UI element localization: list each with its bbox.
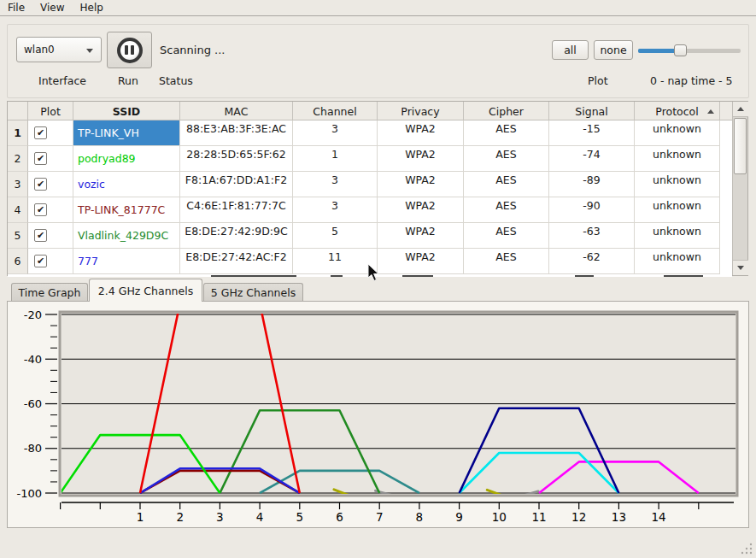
protocol-cell[interactable]: unknown (635, 120, 720, 146)
privacy-cell[interactable]: WPA2 (378, 249, 464, 274)
protocol-cell[interactable]: unknown (635, 197, 720, 223)
column-header-privacy[interactable]: Privacy (378, 102, 464, 120)
signal-cell[interactable]: -15 (549, 120, 635, 146)
x-tick-label: 7 (376, 510, 384, 524)
corner-header (8, 102, 28, 120)
plot-checkbox[interactable]: ✔ (34, 203, 47, 216)
privacy-cell[interactable]: WPA2 (378, 223, 464, 249)
cipher-cell[interactable]: AES (464, 146, 549, 172)
mac-cell[interactable]: F8:1A:67:DD:A1:F2 (180, 172, 293, 197)
mac-cell[interactable]: 88:E3:AB:3F:3E:AC (180, 120, 293, 146)
scrollbar-thumb[interactable] (734, 118, 747, 174)
table-row[interactable]: 4 ✔ TP-LINK_81777C C4:6E:1F:81:77:7C 3 W… (8, 197, 732, 223)
signal-cell[interactable]: -89 (549, 172, 635, 197)
plot-checkbox[interactable]: ✔ (34, 255, 47, 267)
status-text: Scanning ... (160, 44, 225, 56)
selected-ssid-cell[interactable]: TP-LINK_VH (73, 120, 179, 145)
column-header-plot[interactable]: Plot (28, 102, 73, 120)
mac-cell[interactable]: C4:6E:1F:81:77:7C (180, 197, 293, 223)
ssid-cell[interactable]: Vladlink_429D9C (73, 223, 180, 249)
protocol-cell[interactable]: unknown (635, 172, 720, 197)
table-row[interactable]: 3 ✔ vozic F8:1A:67:DD:A1:F2 3 WPA2 AES -… (8, 172, 732, 197)
column-header-signal[interactable]: Signal (549, 102, 635, 120)
channel-cell[interactable]: 1 (293, 146, 378, 172)
plot-checkbox[interactable]: ✔ (34, 126, 47, 139)
ssid-cell[interactable]: vozic (73, 172, 180, 197)
table-row[interactable]: 6 ✔ 777 E8:DE:27:42:AC:F2 11 WPA2 AES -6… (8, 249, 732, 274)
plot-none-button[interactable]: none (594, 40, 633, 60)
signal-cell[interactable]: -62 (549, 249, 635, 274)
y-tick-label: -40 (24, 353, 42, 366)
arrow-up-icon (737, 107, 744, 111)
row-number[interactable]: 5 (8, 223, 28, 249)
ssid-cell[interactable]: TP-LINK_81777C (73, 197, 180, 223)
row-number[interactable]: 1 (8, 120, 28, 146)
tab-5-ghz-channels[interactable]: 5 GHz Channels (203, 283, 303, 302)
interface-select[interactable]: wlan0 (16, 37, 102, 62)
row-number[interactable]: 4 (8, 197, 28, 223)
resize-grip[interactable] (741, 543, 753, 555)
run-pause-button[interactable] (107, 32, 152, 68)
channel-cell[interactable]: 11 (293, 249, 378, 274)
column-header-mac[interactable]: MAC (180, 102, 293, 120)
plot-checkbox[interactable]: ✔ (34, 152, 47, 165)
table-row[interactable]: 1 ✔ TP-LINK_VH 88:E3:AB:3F:3E:AC 3 WPA2 … (8, 120, 732, 146)
signal-cell[interactable]: -90 (549, 197, 635, 223)
ssid-cell[interactable]: 777 (73, 249, 180, 274)
table-row[interactable]: 2 ✔ podryad89 28:28:5D:65:5F:62 1 WPA2 A… (8, 146, 732, 172)
row-number[interactable]: 6 (8, 249, 28, 274)
ssid-cell[interactable]: TP-LINK_VH (73, 120, 180, 146)
cipher-cell[interactable]: AES (464, 120, 549, 146)
mac-cell[interactable]: E8:DE:27:42:AC:F2 (180, 249, 293, 274)
channel-cell[interactable]: 3 (293, 172, 378, 197)
privacy-cell[interactable]: WPA2 (378, 197, 464, 223)
scroll-down-button[interactable] (733, 260, 748, 275)
signal-cell[interactable]: -74 (549, 146, 635, 172)
row-number[interactable]: 2 (8, 146, 28, 172)
protocol-cell[interactable]: unknown (635, 146, 720, 172)
channel-cell[interactable]: 3 (293, 197, 378, 223)
cipher-cell[interactable]: AES (464, 197, 549, 223)
arrow-down-icon (737, 266, 744, 270)
privacy-cell[interactable]: WPA2 (378, 120, 464, 146)
cipher-cell[interactable]: AES (464, 172, 549, 197)
mac-cell[interactable]: E8:DE:27:42:9D:9C (180, 223, 293, 249)
channel-cell[interactable]: 3 (293, 120, 378, 146)
privacy-cell[interactable]: WPA2 (378, 172, 464, 197)
table-scrollbar[interactable] (732, 102, 747, 275)
plot-checkbox[interactable]: ✔ (34, 178, 47, 191)
scroll-up-button[interactable] (733, 102, 748, 117)
channel-cell[interactable]: 5 (293, 223, 378, 249)
column-header-ssid[interactable]: SSID (73, 102, 180, 120)
menu-file[interactable]: File (0, 1, 32, 15)
plot-all-button[interactable]: all (552, 40, 589, 60)
tab-time-graph[interactable]: Time Graph (11, 283, 88, 302)
protocol-cell[interactable]: unknown (635, 223, 720, 249)
menu-view[interactable]: View (32, 1, 72, 15)
x-tick-label: 14 (652, 510, 666, 524)
column-header-channel[interactable]: Channel (293, 102, 378, 120)
column-header-cipher[interactable]: Cipher (464, 102, 549, 120)
table-header-row: PlotSSIDMACChannelPrivacyCipherSignalPro… (8, 102, 747, 120)
plot-checkbox[interactable]: ✔ (34, 229, 47, 242)
x-tick-label: 8 (416, 510, 424, 524)
cipher-cell[interactable]: AES (464, 249, 549, 274)
slider-fill (638, 49, 677, 53)
mac-cell[interactable]: 28:28:5D:65:5F:62 (180, 146, 293, 172)
privacy-cell[interactable]: WPA2 (378, 146, 464, 172)
slider-handle[interactable] (674, 44, 687, 56)
menu-bar: File View Help (0, 0, 756, 16)
cipher-cell[interactable]: AES (464, 223, 549, 249)
row-number[interactable]: 3 (8, 172, 28, 197)
signal-cell[interactable]: -63 (549, 223, 635, 249)
column-header-protocol[interactable]: Protocol (635, 102, 720, 120)
tab-2-4-ghz-channels[interactable]: 2.4 GHz Channels (89, 279, 202, 302)
y-tick-label: -80 (24, 442, 42, 455)
network-table: PlotSSIDMACChannelPrivacyCipherSignalPro… (7, 101, 748, 276)
nap-time-slider[interactable] (638, 44, 741, 57)
table-row[interactable]: 5 ✔ Vladlink_429D9C E8:DE:27:42:9D:9C 5 … (8, 223, 732, 249)
x-tick-label: 1 (137, 510, 144, 524)
menu-help[interactable]: Help (73, 1, 111, 15)
ssid-cell[interactable]: podryad89 (73, 146, 180, 172)
protocol-cell[interactable]: unknown (635, 249, 720, 274)
